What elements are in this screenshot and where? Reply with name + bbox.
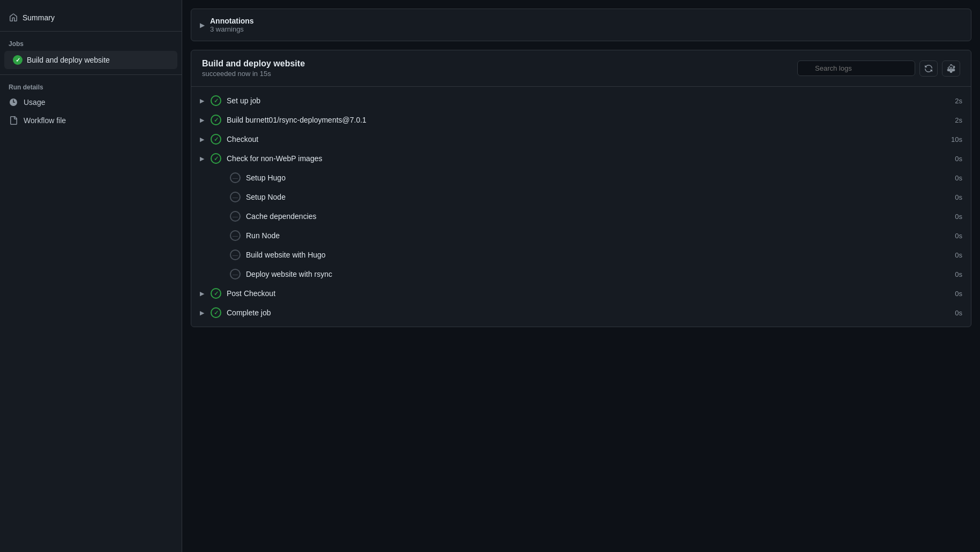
settings-button[interactable]	[942, 61, 960, 77]
step-duration-checkout: 10s	[951, 135, 962, 143]
step-duration-cache-deps: 0s	[955, 213, 962, 221]
step-duration-run-node: 0s	[955, 232, 962, 240]
job-header-actions	[797, 61, 960, 77]
step-name-build-hugo: Build website with Hugo	[246, 251, 946, 259]
sidebar-item-summary[interactable]: Summary	[0, 9, 182, 32]
step-chevron-icon: ▶	[200, 136, 208, 143]
step-list: ▶Set up job2s▶Build burnett01/rsync-depl…	[191, 87, 971, 327]
annotations-subtitle: 3 warnings	[210, 25, 254, 33]
step-row-run-node[interactable]: Run Node0s	[191, 226, 971, 245]
step-duration-setup-hugo: 0s	[955, 174, 962, 182]
step-name-deploy-rsync: Deploy website with rsync	[246, 270, 946, 278]
step-row-post-checkout[interactable]: ▶Post Checkout0s	[191, 284, 971, 303]
sidebar-job-label: Build and deploy website	[27, 56, 110, 64]
summary-label: Summary	[23, 13, 55, 22]
step-status-icon-setup-node	[230, 192, 241, 202]
step-row-deploy-rsync[interactable]: Deploy website with rsync0s	[191, 264, 971, 284]
step-chevron-icon: ▶	[200, 97, 208, 104]
step-chevron-icon: ▶	[200, 155, 208, 162]
step-row-setup-hugo[interactable]: Setup Hugo0s	[191, 168, 971, 187]
step-name-run-node: Run Node	[246, 231, 946, 240]
step-status-icon-post-checkout	[211, 288, 221, 299]
step-status-icon-check-webp	[211, 153, 221, 164]
step-status-icon-cache-deps	[230, 211, 241, 222]
step-chevron-icon: ▶	[200, 117, 208, 124]
step-status-icon-complete-job	[211, 307, 221, 318]
sidebar: Summary Jobs Build and deploy website Ru…	[0, 0, 182, 552]
search-logs-input[interactable]	[797, 61, 915, 76]
run-details-label: Run details	[0, 74, 182, 93]
step-row-check-webp[interactable]: ▶Check for non-WebP images0s	[191, 149, 971, 168]
usage-label: Usage	[24, 98, 45, 107]
step-status-icon-setup-job	[211, 95, 221, 106]
step-name-cache-deps: Cache dependencies	[246, 212, 946, 221]
annotations-panel: ▶ Annotations 3 warnings	[191, 9, 971, 41]
annotations-chevron-icon: ▶	[200, 21, 205, 29]
step-name-setup-node: Setup Node	[246, 193, 946, 201]
search-logs-wrapper	[797, 61, 915, 76]
main-content: ▶ Annotations 3 warnings Build and deplo…	[182, 0, 980, 552]
home-icon	[9, 13, 18, 22]
settings-icon	[947, 64, 955, 73]
step-row-setup-job[interactable]: ▶Set up job2s	[191, 91, 971, 110]
job-panel-header: Build and deploy website succeeded now i…	[191, 50, 971, 87]
file-icon	[9, 116, 18, 125]
step-status-icon-run-node	[230, 230, 241, 241]
sidebar-item-usage[interactable]: Usage	[0, 93, 182, 111]
step-status-icon-checkout	[211, 134, 221, 145]
sidebar-item-build-deploy[interactable]: Build and deploy website	[4, 51, 177, 69]
job-title: Build and deploy website	[202, 59, 305, 69]
step-name-check-webp: Check for non-WebP images	[227, 154, 946, 163]
step-chevron-icon: ▶	[200, 290, 208, 297]
step-name-setup-job: Set up job	[227, 96, 946, 105]
step-duration-build-rsync: 2s	[955, 116, 962, 124]
annotations-text-block: Annotations 3 warnings	[210, 17, 254, 33]
step-name-checkout: Checkout	[227, 135, 942, 143]
step-row-checkout[interactable]: ▶Checkout10s	[191, 130, 971, 149]
step-status-icon-build-rsync	[211, 115, 221, 125]
step-row-build-rsync[interactable]: ▶Build burnett01/rsync-deployments@7.0.1…	[191, 110, 971, 130]
clock-icon	[9, 97, 18, 107]
step-name-build-rsync: Build burnett01/rsync-deployments@7.0.1	[227, 116, 946, 124]
step-duration-post-checkout: 0s	[955, 290, 962, 298]
step-status-icon-deploy-rsync	[230, 269, 241, 279]
annotations-header[interactable]: ▶ Annotations 3 warnings	[191, 9, 971, 41]
job-success-icon	[13, 55, 23, 65]
jobs-section-label: Jobs	[0, 36, 182, 50]
step-duration-complete-job: 0s	[955, 309, 962, 317]
refresh-icon	[924, 64, 933, 73]
annotations-title: Annotations	[210, 17, 254, 25]
step-duration-build-hugo: 0s	[955, 251, 962, 259]
step-duration-setup-job: 2s	[955, 97, 962, 105]
sidebar-item-workflow-file[interactable]: Workflow file	[0, 111, 182, 130]
step-status-icon-setup-hugo	[230, 172, 241, 183]
step-row-build-hugo[interactable]: Build website with Hugo0s	[191, 245, 971, 264]
step-row-complete-job[interactable]: ▶Complete job0s	[191, 303, 971, 322]
step-duration-setup-node: 0s	[955, 193, 962, 201]
job-subtitle: succeeded now in 15s	[202, 70, 305, 78]
workflow-file-label: Workflow file	[24, 116, 66, 125]
step-row-cache-deps[interactable]: Cache dependencies0s	[191, 207, 971, 226]
step-name-complete-job: Complete job	[227, 308, 946, 317]
step-row-setup-node[interactable]: Setup Node0s	[191, 187, 971, 207]
refresh-button[interactable]	[919, 61, 938, 77]
job-title-block: Build and deploy website succeeded now i…	[202, 59, 305, 78]
step-chevron-icon: ▶	[200, 309, 208, 316]
step-status-icon-build-hugo	[230, 249, 241, 260]
step-duration-deploy-rsync: 0s	[955, 270, 962, 278]
step-name-setup-hugo: Setup Hugo	[246, 173, 946, 182]
step-duration-check-webp: 0s	[955, 155, 962, 163]
step-name-post-checkout: Post Checkout	[227, 289, 946, 298]
job-panel: Build and deploy website succeeded now i…	[191, 50, 971, 327]
